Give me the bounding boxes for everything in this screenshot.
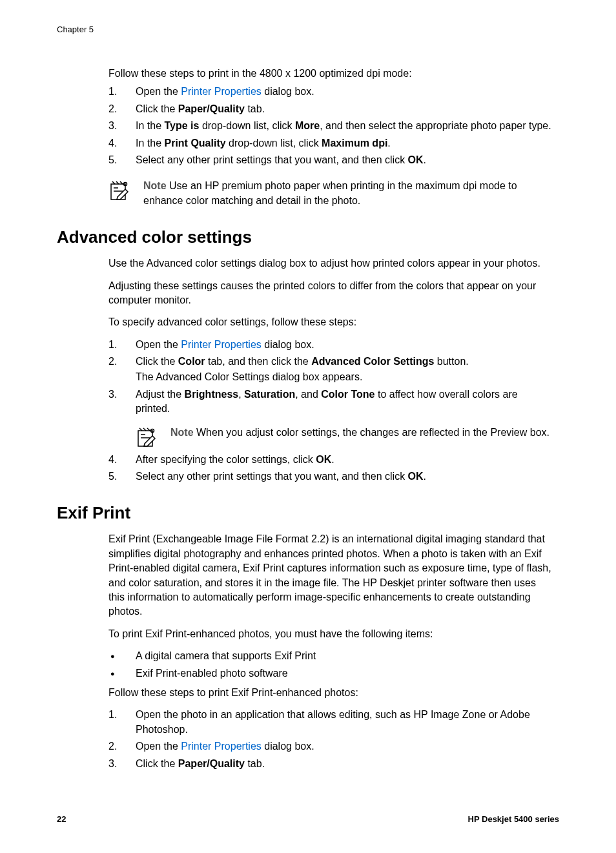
step-item: In the Print Quality drop-down list, cli… — [108, 136, 553, 150]
note-label: Note — [170, 427, 194, 438]
note-label: Note — [143, 180, 167, 191]
paragraph: Exif Print (Exchangeable Image File Form… — [108, 532, 553, 619]
bullet-item: Exif Print-enabled photo software — [108, 666, 553, 681]
text: Open the — [136, 339, 181, 350]
text: . — [331, 454, 334, 465]
text: Open the — [136, 86, 181, 97]
bullet-item: A digital camera that supports Exif Prin… — [108, 649, 553, 663]
text: dialog box. — [262, 86, 314, 97]
page-footer: 22 HP Deskjet 5400 series — [57, 814, 559, 824]
step-item: Open the Printer Properties dialog box. — [108, 739, 553, 754]
section-3-content: Exif Print (Exchangeable Image File Form… — [108, 532, 553, 770]
note-text: Note Use an HP premium photo paper when … — [143, 179, 553, 208]
heading-exif-print: Exif Print — [57, 503, 559, 523]
bullet-list: A digital camera that supports Exif Prin… — [108, 649, 553, 681]
text: After specifying the color settings, cli… — [136, 454, 316, 465]
bold-text: OK — [408, 154, 424, 165]
bold-text: Paper/Quality — [178, 758, 245, 769]
step-item: Open the Printer Properties dialog box. — [108, 85, 553, 99]
bold-text: Print Quality — [164, 138, 225, 149]
text: . — [424, 154, 426, 165]
text: drop-down list, click — [226, 138, 322, 149]
bold-text: Brightness — [185, 389, 239, 400]
text: In the — [136, 120, 164, 131]
bold-text: Paper/Quality — [178, 103, 245, 114]
bold-text: OK — [408, 471, 424, 482]
paragraph: Use the Advanced color settings dialog b… — [108, 256, 553, 271]
page-number: 22 — [57, 814, 66, 824]
step-item: Select any other print settings that you… — [108, 153, 553, 167]
text: In the — [136, 138, 164, 149]
text: . — [387, 138, 390, 149]
text: . — [424, 471, 426, 482]
text: Click the — [136, 356, 178, 367]
text: dialog box. — [262, 741, 314, 752]
text: button. — [434, 356, 468, 367]
step-item: Open the Printer Properties dialog box. — [108, 338, 553, 352]
heading-advanced-color: Advanced color settings — [57, 227, 559, 247]
text: Select any other print settings that you… — [136, 154, 408, 165]
text: dialog box. — [262, 339, 314, 350]
text: , and then select the appropriate photo … — [320, 120, 551, 131]
section-1-content: Follow these steps to print in the 4800 … — [108, 67, 553, 208]
text: Click the — [136, 103, 178, 114]
printer-properties-link[interactable]: Printer Properties — [181, 86, 262, 97]
note-block: Note When you adjust color settings, the… — [136, 426, 553, 447]
printer-properties-link[interactable]: Printer Properties — [181, 741, 262, 752]
text: , and — [295, 389, 321, 400]
note-block: Note Use an HP premium photo paper when … — [108, 179, 553, 208]
text: Click the — [136, 758, 178, 769]
note-body: When you adjust color settings, the chan… — [194, 427, 549, 438]
sub-text: The Advanced Color Settings dialog box a… — [136, 370, 553, 384]
step-item: Click the Paper/Quality tab. — [108, 102, 553, 116]
bold-text: Maximum dpi — [322, 138, 387, 149]
text: Select any other print settings that you… — [136, 471, 408, 482]
note-icon — [108, 179, 130, 201]
step-item: After specifying the color settings, cli… — [108, 453, 553, 467]
step-item: Select any other print settings that you… — [108, 469, 553, 484]
section-1-steps: Open the Printer Properties dialog box. … — [108, 85, 553, 167]
text: drop-down list, click — [199, 120, 295, 131]
note-text: Note When you adjust color settings, the… — [170, 426, 553, 440]
series-label: HP Deskjet 5400 series — [468, 814, 559, 824]
paragraph: To print Exif Print-enhanced photos, you… — [108, 627, 553, 641]
step-item: In the Type is drop-down list, click Mor… — [108, 119, 553, 133]
paragraph: Follow these steps to print Exif Print-e… — [108, 686, 553, 700]
bold-text: Color — [178, 356, 205, 367]
paragraph: To specify advanced color settings, foll… — [108, 315, 553, 329]
chapter-header: Chapter 5 — [57, 25, 559, 34]
bold-text: OK — [316, 454, 331, 465]
step-item: Click the Paper/Quality tab. — [108, 757, 553, 771]
bold-text: Saturation — [244, 389, 295, 400]
step-item: Open the photo in an application that al… — [108, 708, 553, 737]
note-icon — [136, 426, 158, 447]
text: , — [238, 389, 244, 400]
section-3-steps: Open the photo in an application that al… — [108, 708, 553, 771]
text: tab. — [245, 758, 265, 769]
step-item: Click the Color tab, and then click the … — [108, 355, 553, 385]
paragraph: Adjusting these settings causes the prin… — [108, 279, 553, 308]
text: tab. — [245, 103, 265, 114]
intro-text: Follow these steps to print in the 4800 … — [108, 67, 553, 81]
text: tab, and then click the — [205, 356, 312, 367]
section-2-content: Use the Advanced color settings dialog b… — [108, 256, 553, 484]
step-item: Adjust the Brightness, Saturation, and C… — [108, 387, 553, 447]
bold-text: More — [295, 120, 320, 131]
text: Open the — [136, 741, 181, 752]
text: Adjust the — [136, 389, 185, 400]
section-2-steps: Open the Printer Properties dialog box. … — [108, 338, 553, 484]
printer-properties-link[interactable]: Printer Properties — [181, 339, 262, 350]
bold-text: Type is — [164, 120, 199, 131]
bold-text: Advanced Color Settings — [311, 356, 434, 367]
note-body: Use an HP premium photo paper when print… — [143, 180, 517, 205]
bold-text: Color Tone — [321, 389, 375, 400]
